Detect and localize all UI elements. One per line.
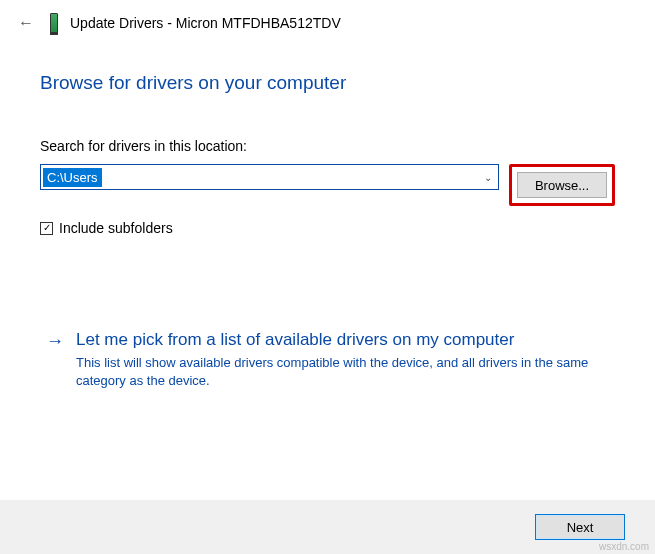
dialog-footer: Next: [0, 500, 655, 554]
browse-highlight: Browse...: [509, 164, 615, 206]
page-heading: Browse for drivers on your computer: [40, 72, 615, 94]
device-icon: [50, 13, 58, 33]
watermark: wsxdn.com: [599, 541, 649, 552]
pick-title: Let me pick from a list of available dri…: [76, 330, 609, 350]
dialog-header: ← Update Drivers - Micron MTFDHBA512TDV: [0, 0, 655, 42]
path-combobox[interactable]: C:\Users ⌄: [40, 164, 499, 190]
pick-from-list-option[interactable]: → Let me pick from a list of available d…: [40, 326, 615, 394]
dialog-title: Update Drivers - Micron MTFDHBA512TDV: [70, 15, 341, 31]
include-subfolders-row[interactable]: ✓ Include subfolders: [40, 220, 615, 236]
chevron-down-icon[interactable]: ⌄: [484, 172, 492, 183]
dialog-content: Browse for drivers on your computer Sear…: [0, 42, 655, 394]
path-row: C:\Users ⌄ Browse...: [40, 164, 615, 206]
include-subfolders-checkbox[interactable]: ✓: [40, 222, 53, 235]
browse-button[interactable]: Browse...: [517, 172, 607, 198]
pick-text: Let me pick from a list of available dri…: [76, 330, 609, 390]
search-location-label: Search for drivers in this location:: [40, 138, 615, 154]
arrow-right-icon: →: [46, 330, 64, 390]
pick-desc: This list will show available drivers co…: [76, 354, 609, 390]
include-subfolders-label: Include subfolders: [59, 220, 173, 236]
next-button[interactable]: Next: [535, 514, 625, 540]
path-value: C:\Users: [43, 168, 102, 187]
back-arrow-icon[interactable]: ←: [14, 12, 38, 34]
